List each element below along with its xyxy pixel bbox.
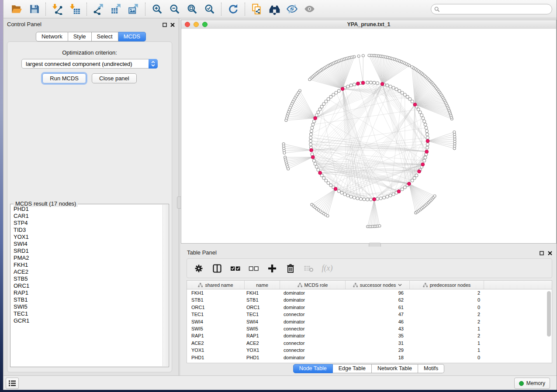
column-header-name[interactable]: name xyxy=(245,281,280,289)
table-body: FKH1FKH1dominator962STB1STB1dominator620… xyxy=(187,289,552,361)
optimization-criterion-select[interactable]: largest connected component (undirected) xyxy=(21,59,158,69)
table-row[interactable]: STB1STB1dominator620 xyxy=(187,296,552,303)
export-network-icon[interactable] xyxy=(90,2,107,17)
tab-network-table[interactable]: Network Table xyxy=(372,364,418,373)
table-row[interactable]: SWI4SWI4dominator462 xyxy=(187,318,552,325)
import-table-icon[interactable] xyxy=(66,2,84,17)
zoom-in-icon[interactable] xyxy=(149,2,166,17)
mcds-result-item[interactable]: TID3 xyxy=(11,227,163,234)
float-panel-icon[interactable] xyxy=(163,21,167,29)
select-all-icon[interactable] xyxy=(229,262,242,275)
table-row[interactable]: TEC1TEC1connector472 xyxy=(187,311,552,318)
import-network-icon[interactable] xyxy=(49,2,66,17)
tab-edge-table[interactable]: Edge Table xyxy=(333,364,372,373)
table-cell: 61 xyxy=(346,304,410,311)
close-panel-icon[interactable] xyxy=(170,21,175,29)
table-row[interactable]: ORC1ORC1dominator610 xyxy=(187,304,552,311)
mcds-result-item[interactable]: PHD1 xyxy=(11,206,163,213)
table-cell: RAP1 xyxy=(187,332,245,339)
close-panel-button[interactable]: Close panel xyxy=(92,73,137,83)
mcds-result-item[interactable]: FKH1 xyxy=(11,261,163,268)
column-header-successor-nodes[interactable]: successor nodes xyxy=(346,281,410,289)
table-row[interactable]: FKH1FKH1dominator962 xyxy=(187,289,552,296)
memory-button[interactable]: Memory xyxy=(514,378,550,389)
table-row[interactable]: RAP1RAP1dominator352 xyxy=(187,332,552,339)
table-row[interactable]: YOX1YOX1connector291 xyxy=(187,347,552,354)
mcds-result-item[interactable]: SWI4 xyxy=(11,241,163,248)
mcds-result-item[interactable]: SWI5 xyxy=(11,303,163,310)
table-cell: 1 xyxy=(410,347,484,354)
run-mcds-button[interactable]: Run MCDS xyxy=(42,73,86,83)
table-cell: TEC1 xyxy=(187,311,245,318)
settings-gear-icon[interactable] xyxy=(192,262,205,275)
mcds-result-item[interactable]: STB1 xyxy=(11,296,163,303)
mcds-result-item[interactable]: YOX1 xyxy=(11,234,163,241)
table-cell: connector xyxy=(280,325,346,332)
search-input[interactable] xyxy=(431,4,552,14)
zoom-fit-icon[interactable] xyxy=(183,2,201,17)
search-network-icon[interactable] xyxy=(266,2,283,17)
mcds-result-item[interactable]: ORC1 xyxy=(11,282,163,289)
close-panel-icon[interactable] xyxy=(548,249,552,257)
table-cell: PHD1 xyxy=(187,354,245,361)
add-column-icon[interactable] xyxy=(266,262,279,275)
table-row[interactable]: SWI5SWI5connector431 xyxy=(187,325,552,332)
mcds-result-item[interactable]: STB5 xyxy=(11,275,163,282)
table-cell: ACE2 xyxy=(187,340,245,347)
zoom-out-icon[interactable] xyxy=(166,2,183,17)
optimization-criterion-label: Optimization criterion: xyxy=(7,49,172,56)
clone-network-icon[interactable] xyxy=(248,2,266,17)
delete-column-icon[interactable] xyxy=(284,262,297,275)
tab-mcds[interactable]: MCDS xyxy=(118,32,146,41)
table-cell: ORC1 xyxy=(245,304,280,311)
zoom-selected-icon[interactable] xyxy=(201,2,218,17)
mcds-tab-content: Optimization criterion: largest connecte… xyxy=(7,41,172,372)
column-header-MCDS-role[interactable]: MCDS role xyxy=(280,281,346,289)
table-cell: dominator xyxy=(280,289,346,296)
deselect-all-icon[interactable] xyxy=(247,262,260,275)
mcds-result-item[interactable]: SRD1 xyxy=(11,248,163,254)
table-cell: 62 xyxy=(346,296,410,303)
tab-select[interactable]: Select xyxy=(92,32,118,41)
table-scrollbar-thumb[interactable] xyxy=(547,291,551,337)
column-header-shared-name[interactable]: shared name xyxy=(187,281,245,289)
tab-node-table[interactable]: Node Table xyxy=(293,364,333,373)
horizontal-splitter[interactable] xyxy=(181,244,557,247)
toolbar-separator xyxy=(86,3,87,16)
task-history-button[interactable] xyxy=(6,378,19,389)
refresh-view-icon[interactable] xyxy=(225,2,242,17)
table-row[interactable]: ACE2ACE2connector311 xyxy=(187,340,552,347)
show-columns-icon[interactable] xyxy=(211,262,224,275)
tree-column-icon xyxy=(353,283,358,287)
float-panel-icon[interactable] xyxy=(540,249,544,257)
network-window-title: YPA_prune.txt_1 xyxy=(181,21,556,28)
mcds-list-scrollbar[interactable] xyxy=(163,205,168,366)
column-header-predecessor-nodes[interactable]: predecessor nodes xyxy=(410,281,484,289)
mcds-result-item[interactable]: CAR1 xyxy=(11,213,163,220)
export-table-icon[interactable] xyxy=(107,2,125,17)
mcds-result-item[interactable]: RAP1 xyxy=(11,289,163,296)
tab-motifs[interactable]: Motifs xyxy=(418,364,444,373)
network-view-window: YPA_prune.txt_1 xyxy=(181,20,557,244)
mcds-result-item[interactable]: ACE2 xyxy=(11,268,163,275)
mcds-result-item[interactable]: STP4 xyxy=(11,220,163,227)
status-bar: Memory xyxy=(3,375,557,390)
mcds-result-item[interactable]: GCR1 xyxy=(11,317,163,324)
mcds-result-item[interactable]: TEC1 xyxy=(11,310,163,317)
table-cell: 2 xyxy=(410,332,484,339)
eye-disabled-icon[interactable] xyxy=(301,2,318,17)
toggle-graphics-details-icon[interactable] xyxy=(283,2,301,17)
tab-network[interactable]: Network xyxy=(36,32,68,41)
table-cell: YOX1 xyxy=(245,347,280,354)
open-file-icon[interactable] xyxy=(8,2,25,17)
export-image-icon[interactable] xyxy=(125,2,142,17)
table-cell: 31 xyxy=(346,340,410,347)
table-cell: PHD1 xyxy=(245,354,280,361)
table-cell: ACE2 xyxy=(245,340,280,347)
mcds-result-item[interactable]: PMA2 xyxy=(11,254,163,261)
table-row[interactable]: PHD1PHD1dominator180 xyxy=(187,354,552,361)
tab-style[interactable]: Style xyxy=(68,32,92,41)
save-session-icon[interactable] xyxy=(25,2,43,17)
network-graph[interactable] xyxy=(181,29,557,243)
network-canvas[interactable] xyxy=(181,29,556,243)
